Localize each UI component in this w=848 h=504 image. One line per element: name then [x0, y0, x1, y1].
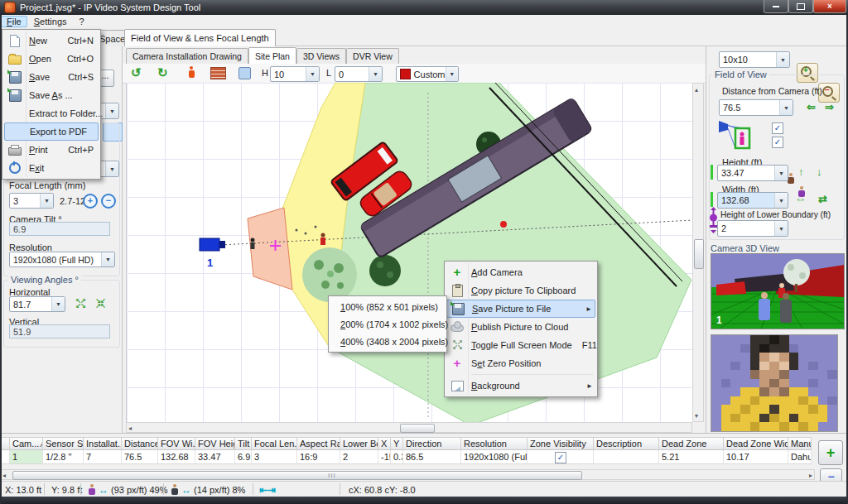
tab-field-of-view[interactable]: Field of View & Lens Focal Length [124, 29, 276, 46]
camera-tilt-field[interactable]: 6.9 [9, 222, 110, 236]
table-header-16[interactable]: Dead Zone [659, 437, 724, 450]
width-combo[interactable]: 132.68▼ [717, 192, 788, 209]
rotate-ccw-icon[interactable]: ↺ [131, 66, 142, 79]
table-header-11[interactable]: Y [391, 437, 403, 450]
distance-increase-icon[interactable]: ⇒ [825, 102, 834, 113]
canvas-hscrollbar[interactable]: ◂ [126, 422, 692, 433]
table-cell-13[interactable]: 1920x1080 (Full HD) [461, 450, 528, 464]
submenu-item-200[interactable]: 200% (1704 x 1002 pixels) [330, 315, 445, 333]
table-cell-5[interactable]: 33.47 [195, 450, 235, 464]
grid-size-combo[interactable]: 10x10▼ [719, 51, 790, 68]
table-hscroll-thumb[interactable] [12, 471, 582, 480]
width-expand-icon[interactable]: ⇔ [795, 194, 806, 204]
canvas-vscrollbar[interactable]: ▴ ▾ [692, 83, 704, 422]
context-item-publish-picture[interactable]: Publish Picture to Cloud [446, 318, 595, 336]
table-header-5[interactable]: FOV Heig... [195, 437, 235, 450]
table-cell-12[interactable]: 86.5 [403, 450, 461, 464]
canvas-vscroll-thumb[interactable] [694, 239, 704, 269]
color-combo[interactable]: Custom▼ [396, 66, 459, 82]
focal-length-combo[interactable]: 3▼ [9, 193, 54, 209]
table-header-4[interactable]: FOV Wi... [158, 437, 195, 450]
add-wall-icon[interactable] [210, 67, 226, 79]
table-cell-7[interactable]: 3 [252, 450, 297, 464]
height-combo[interactable]: 33.47▼ [717, 165, 788, 181]
distance-combo[interactable]: 76.5▼ [719, 99, 793, 116]
zero-position-dot[interactable] [500, 221, 507, 228]
site-plan-canvas[interactable]: 1 [126, 83, 692, 422]
shrink-angles-icon[interactable]: ↘↙↗↖ [94, 299, 106, 309]
tab-site-plan[interactable]: Site Plan [248, 47, 296, 64]
scroll-down-icon[interactable]: ▾ [695, 411, 698, 420]
table-header-15[interactable]: Description [594, 437, 659, 450]
distance-decrease-icon[interactable]: ⇐ [807, 102, 816, 113]
menu-file[interactable]: File [1, 16, 27, 27]
context-item-copy-picture[interactable]: Copy picture To Clipboard [446, 281, 595, 300]
table-cell-6[interactable]: 6.9 [235, 450, 252, 464]
scroll-left-icon[interactable]: ◂ [128, 424, 132, 433]
camera-1[interactable]: 1 [200, 238, 225, 269]
submenu-item-100[interactable]: 100% (852 x 501 pixels) [330, 298, 445, 315]
height-down-icon[interactable]: ↓ [817, 166, 822, 177]
table-header-18[interactable]: Manuf... [788, 437, 812, 450]
wall-length-combo[interactable]: 0▼ [335, 66, 383, 82]
table-header-8[interactable]: Aspect Ra... [297, 437, 340, 450]
add-camera-button[interactable]: + [818, 440, 843, 465]
scroll-right-icon[interactable]: ▸ [809, 471, 812, 480]
tab-dvr-view[interactable]: DVR View [346, 48, 399, 64]
maximize-button[interactable] [788, 0, 813, 13]
file-menu-export-to-pdf[interactable]: Export to PDF [4, 122, 99, 141]
menu-settings[interactable]: Settings [28, 16, 73, 27]
height-up-icon[interactable]: ↑ [798, 166, 804, 177]
table-header-2[interactable]: Installat... [84, 437, 122, 450]
file-menu-print[interactable]: PrintCtrl+P [4, 141, 99, 159]
focal-minus-button[interactable]: − [101, 194, 116, 209]
add-region-icon[interactable] [238, 67, 251, 79]
table-cell-17[interactable]: 10.17 [724, 450, 788, 464]
table-cell-14[interactable]: ✓ [528, 450, 594, 464]
file-menu-save-as[interactable]: Save As ... [4, 86, 99, 104]
table-cell-1[interactable]: 1/2.8 " [43, 450, 84, 464]
submenu-item-400[interactable]: 400% (3408 x 2004 pixels) [330, 333, 445, 350]
table-header-10[interactable]: X [378, 437, 391, 450]
table-header-9[interactable]: Lower Bou... [340, 437, 378, 450]
file-menu-extract-to-folder[interactable]: Extract to Folder... [4, 104, 99, 122]
context-item-set-zero-position[interactable]: + Set Zero Position [446, 354, 595, 372]
table-cell-10[interactable]: -15 [378, 450, 391, 464]
scroll-up-icon[interactable]: ▴ [695, 85, 698, 94]
table-cell-0[interactable]: 1 [10, 450, 43, 464]
table-header-14[interactable]: Zone Visibility [528, 437, 594, 450]
add-person-icon[interactable] [187, 66, 195, 79]
table-cell-8[interactable]: 16:9 [297, 450, 340, 464]
zone-visibility-checkbox[interactable]: ✓ [555, 452, 566, 463]
context-item-background[interactable]: Background ► [446, 377, 595, 395]
width-shrink-icon[interactable]: ⇄ [818, 194, 827, 204]
scroll-left-icon[interactable]: ◂ [2, 471, 6, 480]
person-marker-red[interactable] [320, 233, 325, 246]
table-cell-9[interactable]: 2 [340, 450, 378, 464]
resolution-combo[interactable]: 1920x1080 (Full HD)▼ [9, 252, 115, 267]
menu-help[interactable]: ? [74, 16, 90, 27]
tab-camera-installation-drawing[interactable]: Camera Installation Drawing [126, 48, 248, 64]
horizontal-angle-combo[interactable]: 81.7▼ [9, 296, 65, 312]
table-header-13[interactable]: Resolution [461, 437, 528, 450]
table-cell-2[interactable]: 7 [84, 450, 122, 464]
wall-height-combo[interactable]: 10▼ [270, 66, 320, 82]
show-woman-checkbox[interactable]: ✓ [772, 137, 783, 148]
table-row[interactable]: 11/2.8 "776.5132.6833.476.9316:92-150.38… [0, 450, 815, 464]
file-menu-save[interactable]: SaveCtrl+S [4, 68, 99, 86]
expand-angles-icon[interactable]: ↖↗↙↘ [75, 299, 86, 309]
table-cell-18[interactable]: Dahua [788, 450, 812, 464]
person-marker[interactable] [251, 238, 255, 250]
table-hscrollbar[interactable]: ◂ III ▸ [0, 469, 815, 480]
minimize-button[interactable] [764, 0, 788, 13]
table-header-1[interactable]: Sensor Si... [43, 437, 84, 450]
tree-large[interactable] [302, 247, 357, 302]
file-menu-new[interactable]: NewCtrl+N [4, 31, 99, 50]
table-header-0[interactable]: Cam... ∕ [10, 437, 43, 450]
tree-dark[interactable] [369, 255, 401, 286]
camera-3d-view[interactable]: 1 [711, 253, 845, 329]
table-header-6[interactable]: Tilt [235, 437, 252, 450]
context-item-add-camera[interactable]: + Add Camera [446, 263, 595, 281]
table-cell-4[interactable]: 132.68 [158, 450, 195, 464]
title-bar[interactable]: Project1.jvsg* - IP Video System Design … [0, 0, 848, 15]
